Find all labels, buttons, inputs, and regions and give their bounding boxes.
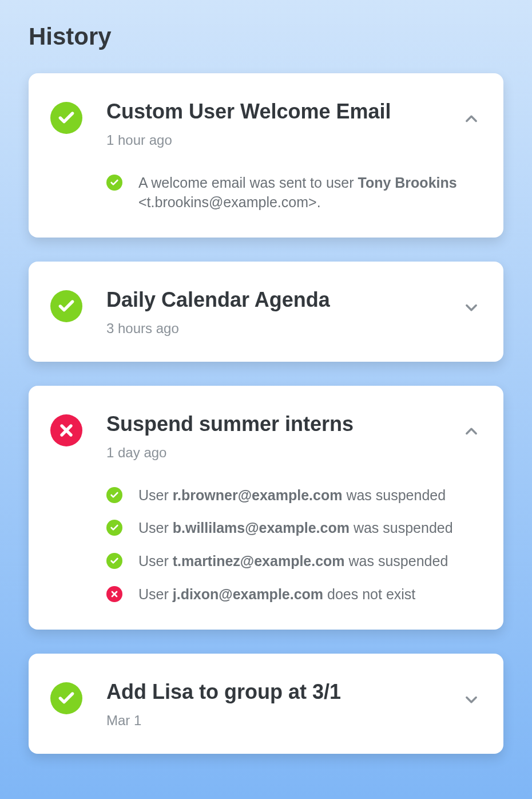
card-title: Add Lisa to group at 3/1 — [106, 679, 437, 705]
chevron-up-icon[interactable] — [461, 109, 482, 129]
history-card: Suspend summer interns1 day agoUser r.br… — [29, 386, 503, 630]
card-title: Custom User Welcome Email — [106, 98, 437, 124]
chevron-up-icon[interactable] — [461, 421, 482, 442]
detail-text: User b.willilams@example.com was suspend… — [138, 519, 453, 538]
card-details: A welcome email was sent to user Tony Br… — [106, 173, 482, 212]
card-timestamp: Mar 1 — [106, 713, 437, 729]
card-timestamp: 1 hour ago — [106, 132, 437, 148]
chevron-down-icon[interactable] — [461, 689, 482, 710]
detail-text: A welcome email was sent to user Tony Br… — [138, 173, 482, 212]
check-icon — [50, 102, 82, 134]
check-icon — [50, 290, 82, 322]
cross-icon — [50, 414, 82, 446]
check-icon — [106, 520, 122, 536]
card-header[interactable]: Add Lisa to group at 3/1Mar 1 — [50, 679, 482, 729]
detail-text: User j.dixon@example.com does not exist — [138, 585, 415, 604]
detail-row: User j.dixon@example.com does not exist — [106, 585, 482, 604]
card-header[interactable]: Daily Calendar Agenda3 hours ago — [50, 287, 482, 337]
history-list: Custom User Welcome Email1 hour agoA wel… — [29, 73, 503, 754]
card-title: Daily Calendar Agenda — [106, 287, 437, 313]
detail-row: User t.martinez@example.com was suspende… — [106, 552, 482, 571]
card-header-text: Custom User Welcome Email1 hour ago — [106, 98, 437, 148]
check-icon — [106, 487, 122, 503]
detail-row: User b.willilams@example.com was suspend… — [106, 519, 482, 538]
detail-row: User r.browner@example.com was suspended — [106, 486, 482, 505]
history-card: Add Lisa to group at 3/1Mar 1 — [29, 654, 503, 754]
card-timestamp: 3 hours ago — [106, 321, 437, 337]
card-timestamp: 1 day ago — [106, 445, 437, 461]
page-title: History — [29, 23, 503, 50]
card-header[interactable]: Suspend summer interns1 day ago — [50, 411, 482, 461]
chevron-down-icon[interactable] — [461, 297, 482, 318]
check-icon — [106, 175, 122, 191]
detail-text: User t.martinez@example.com was suspende… — [138, 552, 448, 571]
history-card: Custom User Welcome Email1 hour agoA wel… — [29, 73, 503, 238]
cross-icon — [106, 586, 122, 602]
card-header-text: Daily Calendar Agenda3 hours ago — [106, 287, 437, 337]
card-details: User r.browner@example.com was suspended… — [106, 486, 482, 604]
card-header-text: Suspend summer interns1 day ago — [106, 411, 437, 461]
card-header-text: Add Lisa to group at 3/1Mar 1 — [106, 679, 437, 729]
history-card: Daily Calendar Agenda3 hours ago — [29, 262, 503, 362]
check-icon — [106, 553, 122, 569]
detail-text: User r.browner@example.com was suspended — [138, 486, 446, 505]
check-icon — [50, 682, 82, 714]
card-header[interactable]: Custom User Welcome Email1 hour ago — [50, 98, 482, 148]
card-title: Suspend summer interns — [106, 411, 437, 437]
detail-row: A welcome email was sent to user Tony Br… — [106, 173, 482, 212]
